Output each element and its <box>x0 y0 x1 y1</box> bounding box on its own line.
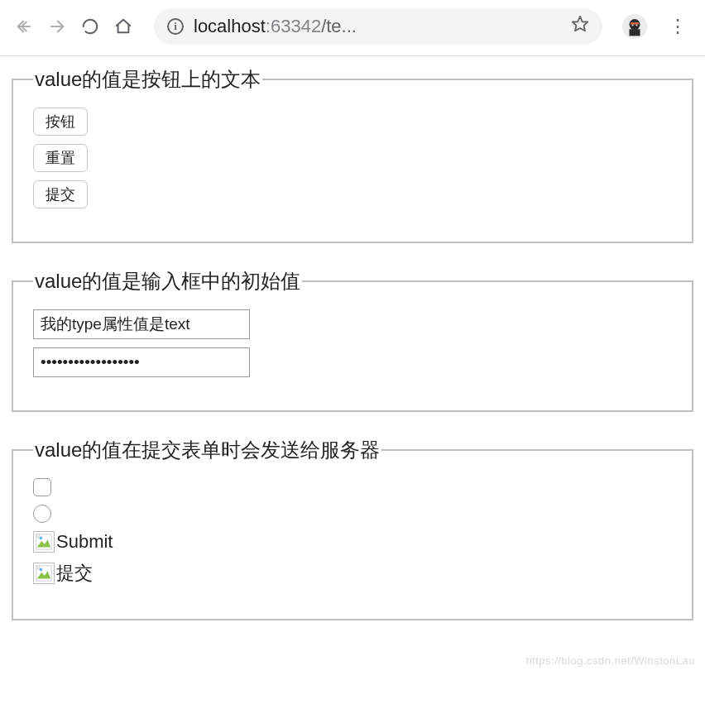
svg-point-12 <box>40 537 43 540</box>
fieldset-form-submit-values: value的值在提交表单时会发送给服务器 Submit 提交 <box>12 437 693 620</box>
svg-rect-6 <box>630 29 640 36</box>
back-icon[interactable] <box>15 17 33 36</box>
svg-point-16 <box>40 568 43 572</box>
watermark: https://blog.csdn.net/WinstonLau <box>525 654 695 667</box>
fieldset-button-values: value的值是按钮上的文本 按钮 重置 提交 <box>12 66 693 243</box>
home-icon[interactable] <box>114 17 132 36</box>
bookmark-star-icon[interactable] <box>571 15 589 38</box>
type-button[interactable]: 按钮 <box>33 108 88 136</box>
forward-icon[interactable] <box>48 17 66 36</box>
broken-image-icon <box>33 531 55 553</box>
fieldset-input-initial-values: value的值是输入框中的初始值 <box>12 268 693 412</box>
more-menu-icon[interactable]: ⋮ <box>669 16 687 37</box>
text-input[interactable] <box>33 309 250 339</box>
image-submit-label: 提交 <box>56 561 93 586</box>
address-bar[interactable]: i localhost:63342/te... <box>154 8 602 45</box>
svg-marker-3 <box>573 16 588 30</box>
svg-rect-7 <box>631 22 639 24</box>
type-submit-button[interactable]: 提交 <box>33 180 88 208</box>
broken-image-icon <box>33 563 55 584</box>
image-submit-zh[interactable]: 提交 <box>33 561 93 586</box>
type-reset-button[interactable]: 重置 <box>33 144 88 172</box>
password-input[interactable] <box>33 347 250 377</box>
fieldset-legend: value的值在提交表单时会发送给服务器 <box>33 437 381 463</box>
url-text: localhost:63342/te... <box>194 16 561 37</box>
svg-point-8 <box>632 24 634 26</box>
image-submit-en[interactable]: Submit <box>33 531 113 553</box>
page-content: value的值是按钮上的文本 按钮 重置 提交 value的值是输入框中的初始值… <box>0 56 705 662</box>
checkbox-input[interactable] <box>33 478 51 496</box>
site-info-icon[interactable]: i <box>167 18 184 35</box>
svg-point-9 <box>635 24 637 26</box>
browser-toolbar: i localhost:63342/te... ⋮ <box>0 0 705 56</box>
radio-input[interactable] <box>33 505 51 523</box>
reload-icon[interactable] <box>81 17 99 36</box>
image-submit-label: Submit <box>56 531 113 553</box>
fieldset-legend: value的值是输入框中的初始值 <box>33 268 302 295</box>
fieldset-legend: value的值是按钮上的文本 <box>33 66 262 93</box>
profile-avatar[interactable] <box>622 14 647 39</box>
